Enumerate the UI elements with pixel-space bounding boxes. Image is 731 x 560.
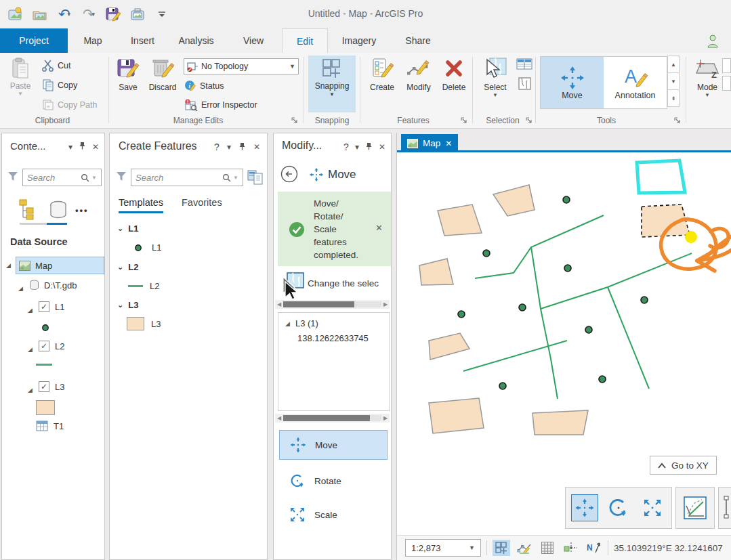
tab-analysis[interactable]: Analysis <box>167 28 225 53</box>
contents-filter-icon[interactable] <box>7 171 18 184</box>
selection-launcher-icon[interactable] <box>526 116 534 125</box>
back-button[interactable] <box>280 165 298 185</box>
l2-line-symbol[interactable] <box>36 364 52 366</box>
mini-rotate-button[interactable] <box>605 494 632 521</box>
error-inspector-button[interactable]: ! Error Inspector <box>184 99 257 111</box>
mini-scale-button[interactable] <box>639 494 666 521</box>
mode-button[interactable]: Z Mode ▼ <box>690 57 725 98</box>
gallery-expand-icon[interactable]: ⇟ <box>667 89 680 107</box>
save-edits-button[interactable]: Save <box>112 57 144 92</box>
paste-button[interactable]: Paste ▼ <box>5 57 35 97</box>
scroll-left-icon[interactable]: ◀ <box>275 415 283 421</box>
gdb-expander-icon[interactable]: ◢ <box>18 282 23 293</box>
select-button[interactable]: Select ▼ <box>477 57 514 98</box>
modify-close-icon[interactable]: ✕ <box>379 142 385 152</box>
tab-favorites[interactable]: Favorites <box>182 197 222 208</box>
modify-rotate-button[interactable]: Rotate <box>279 468 388 494</box>
ribbon-partial-button[interactable] <box>722 58 731 73</box>
search-caret-icon[interactable]: ▼ <box>91 175 97 181</box>
organize-templates-icon[interactable] <box>247 169 264 188</box>
scale-dropdown[interactable]: 1:2,873 ▼ <box>405 539 481 557</box>
annotation-tool-button[interactable]: A Annotation <box>604 57 667 108</box>
map-canvas[interactable]: Go to XY <box>397 152 731 535</box>
contents-search-input[interactable]: Search ▼ <box>22 169 102 186</box>
features-launcher-icon[interactable] <box>461 116 469 125</box>
status-measure-icon[interactable] <box>562 540 579 556</box>
tab-edit[interactable]: Edit <box>282 28 328 53</box>
modify-dropdown-icon[interactable]: ▾ <box>355 142 359 152</box>
status-north-arrow-icon[interactable]: N <box>585 540 602 556</box>
selection-anchor-point[interactable] <box>685 231 697 243</box>
change-selection-label[interactable]: Change the selec <box>308 278 379 288</box>
select-by-attributes-button[interactable] <box>518 77 532 93</box>
template-group-l3[interactable]: ⌄ L3 <box>117 300 138 310</box>
copy-button[interactable]: Copy <box>42 79 77 91</box>
create-filter-icon[interactable] <box>116 171 127 184</box>
tab-map[interactable]: Map <box>68 28 118 53</box>
scroll-right-icon[interactable]: ▶ <box>381 415 390 421</box>
tab-project[interactable]: Project <box>0 28 68 53</box>
map-tab-close-icon[interactable]: ✕ <box>445 139 452 148</box>
create-button[interactable]: Create <box>364 57 400 92</box>
drawing-order-view-icon[interactable] <box>18 198 40 222</box>
search-caret-icon[interactable]: ▼ <box>233 175 238 181</box>
modify-button[interactable]: Modify <box>401 57 436 92</box>
tree-item-t1[interactable]: T1 <box>36 421 64 431</box>
template-item-l3[interactable]: L3 <box>127 317 161 330</box>
map-view-tab[interactable]: Map ✕ <box>401 134 458 152</box>
create-features-help[interactable]: ? <box>214 142 220 152</box>
l2-checkbox[interactable]: ✓ <box>39 341 49 351</box>
cut-button[interactable]: Cut <box>42 60 70 72</box>
modify-hscrollbar-bottom[interactable]: ◀ ▶ <box>275 414 390 423</box>
gallery-down-icon[interactable]: ▼ <box>667 72 680 90</box>
create-search-input[interactable]: Search ▼ <box>131 169 243 186</box>
tab-share[interactable]: Share <box>390 28 446 53</box>
l3-expander-icon[interactable]: ◢ <box>28 384 33 394</box>
message-close-icon[interactable]: ✕ <box>375 223 383 233</box>
move-tool-button[interactable]: Move <box>541 57 604 108</box>
l2-expander-icon[interactable]: ◢ <box>28 343 33 353</box>
tools-launcher-icon[interactable] <box>674 116 682 125</box>
modify-help[interactable]: ? <box>343 142 349 152</box>
delete-button[interactable]: Delete <box>438 57 470 92</box>
modify-scale-button[interactable]: Scale <box>279 502 388 527</box>
mini-move-button[interactable] <box>571 494 598 521</box>
tab-insert[interactable]: Insert <box>118 28 167 53</box>
partial-tool-icon[interactable] <box>721 495 731 521</box>
tree-item-map[interactable]: Map <box>16 257 104 274</box>
l3-checkbox[interactable]: ✓ <box>39 381 49 392</box>
contents-close-icon[interactable]: ✕ <box>92 142 99 152</box>
contents-pin-icon[interactable] <box>79 142 86 152</box>
l3-polygon-symbol[interactable] <box>36 400 55 415</box>
manage-edits-launcher-icon[interactable] <box>291 116 299 125</box>
gallery-up-icon[interactable]: ▲ <box>667 56 680 73</box>
scroll-right-icon[interactable]: ▶ <box>381 301 390 307</box>
copy-path-button[interactable]: w Copy Path <box>42 99 97 111</box>
template-item-l1[interactable]: L1 <box>134 242 161 253</box>
selection-layer-row[interactable]: ◢ L3 (1) <box>285 318 318 328</box>
l1-expander-icon[interactable]: ◢ <box>28 304 33 314</box>
status-vertex-edit-icon[interactable] <box>516 540 533 556</box>
status-grid-icon[interactable] <box>539 540 556 556</box>
tab-imagery[interactable]: Imagery <box>328 28 390 53</box>
scroll-left-icon[interactable]: ◀ <box>275 301 283 307</box>
topology-dropdown[interactable]: No Topology ▼ <box>184 58 299 74</box>
create-features-close-icon[interactable]: ✕ <box>253 142 260 152</box>
template-group-l2[interactable]: ⌄ L2 <box>117 262 138 272</box>
modify-move-button[interactable]: Move <box>279 430 388 460</box>
modify-pin-icon[interactable] <box>365 142 373 152</box>
template-group-l1[interactable]: ⌄ L1 <box>117 223 138 234</box>
attributes-button[interactable] <box>516 58 532 72</box>
signed-in-user-icon[interactable] <box>707 35 719 50</box>
discard-edits-button[interactable]: Discard <box>145 57 180 92</box>
status-snapping-toggle[interactable] <box>493 540 510 556</box>
create-features-pin-icon[interactable] <box>238 142 246 152</box>
template-item-l2[interactable]: L2 <box>128 281 159 291</box>
selection-feature-value[interactable]: 138.12622633745 <box>297 333 369 343</box>
tab-view[interactable]: View <box>225 28 282 53</box>
tab-templates[interactable]: Templates <box>119 197 163 211</box>
contents-dropdown-icon[interactable]: ▾ <box>68 142 72 152</box>
edit-vertices-button[interactable] <box>682 494 709 521</box>
tree-item-gdb[interactable]: D:\T.gdb <box>29 280 77 290</box>
l1-checkbox[interactable]: ✓ <box>39 301 49 312</box>
